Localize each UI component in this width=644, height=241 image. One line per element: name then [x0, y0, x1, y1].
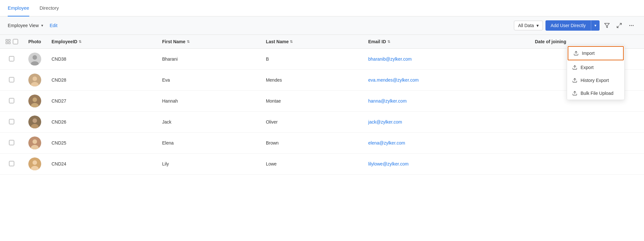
svg-line-1: [620, 23, 621, 25]
employee-id-cell: CND28: [46, 70, 157, 91]
photo-cell: [23, 91, 46, 112]
employee-id-cell: CND24: [46, 154, 157, 175]
chevron-down-icon: ▾: [41, 23, 43, 28]
tab-directory[interactable]: Directory: [40, 0, 59, 16]
dropdown-item-bulk-file-upload[interactable]: Bulk File Upload: [567, 87, 624, 100]
row-checkbox[interactable]: [9, 77, 14, 82]
add-user-label: Add User Directly: [545, 20, 591, 31]
row-checkbox[interactable]: [9, 98, 14, 103]
employee-table: Photo EmployeeID ⇅ First Name ⇅: [0, 35, 644, 175]
action-dropdown-menu: Import Export History Export Bulk File U…: [567, 45, 625, 100]
svg-point-23: [33, 139, 37, 144]
date-of-joining-cell: [530, 154, 644, 175]
group-rows-icon: [5, 39, 11, 45]
row-checkbox[interactable]: [9, 161, 14, 166]
dropdown-item-import[interactable]: Import: [568, 46, 624, 60]
th-employee-id: EmployeeID ⇅: [46, 35, 157, 49]
email-cell: hanna@zylker.com: [363, 91, 530, 112]
email-cell: eva.mendes@zylker.com: [363, 70, 530, 91]
email-link[interactable]: lilylowe@zylker.com: [368, 161, 409, 166]
sort-icon[interactable]: ⇅: [79, 40, 81, 44]
row-checkbox[interactable]: [9, 56, 14, 61]
email-cell: bharanib@zylker.com: [363, 49, 530, 70]
last-name-cell: Oliver: [261, 112, 363, 133]
employee-id-cell: CND25: [46, 133, 157, 154]
expand-button[interactable]: [614, 21, 624, 30]
sort-icon[interactable]: ⇅: [387, 40, 390, 44]
svg-point-17: [33, 97, 37, 102]
svg-point-5: [633, 25, 634, 26]
last-name-cell: Montae: [261, 91, 363, 112]
row-checkbox[interactable]: [9, 119, 14, 124]
photo-cell: [23, 154, 46, 175]
view-label: Employee View: [8, 23, 39, 28]
th-group-icon: [0, 35, 23, 49]
table-row: CND26 Jack Oliver jack@zylker.com: [0, 112, 644, 133]
last-name-cell: Lowe: [261, 154, 363, 175]
row-checkbox-cell: [0, 154, 23, 175]
email-link[interactable]: jack@zylker.com: [368, 119, 402, 125]
photo-cell: [23, 49, 46, 70]
edit-link[interactable]: Edit: [50, 23, 57, 28]
history-export-label: History Export: [581, 78, 609, 83]
add-user-button[interactable]: Add User Directly ▾: [545, 20, 600, 31]
import-icon: [573, 51, 579, 56]
dropdown-item-export[interactable]: Export: [567, 61, 624, 74]
import-label: Import: [582, 51, 595, 56]
svg-point-14: [33, 76, 37, 81]
filter-button[interactable]: [602, 21, 612, 30]
table-row: CND38 Bharani B bharanib@zylker.com: [0, 49, 644, 70]
row-checkbox[interactable]: [9, 140, 14, 145]
all-data-label: All Data: [518, 23, 534, 28]
svg-rect-7: [9, 39, 10, 41]
date-of-joining-cell: [530, 112, 644, 133]
photo-cell: [23, 70, 46, 91]
th-first-name: First Name ⇅: [157, 35, 261, 49]
dropdown-item-history-export[interactable]: History Export: [567, 74, 624, 87]
first-name-cell: Lily: [157, 154, 261, 175]
avatar: [28, 95, 41, 107]
select-all-checkbox[interactable]: [13, 39, 18, 44]
svg-rect-6: [6, 39, 7, 41]
email-link[interactable]: bharanib@zylker.com: [368, 56, 412, 62]
tabs-bar: Employee Directory: [0, 0, 644, 16]
last-name-cell: Brown: [261, 133, 363, 154]
toolbar-right: All Data ▾ Add User Directly ▾: [514, 20, 636, 31]
th-photo: Photo: [23, 35, 46, 49]
export-icon: [572, 65, 577, 70]
filter-icon: [604, 23, 610, 28]
svg-point-3: [629, 25, 630, 26]
sort-icon[interactable]: ⇅: [290, 40, 293, 44]
email-link[interactable]: elena@zylker.com: [368, 140, 405, 146]
first-name-cell: Hannah: [157, 91, 261, 112]
email-cell: jack@zylker.com: [363, 112, 530, 133]
table-row: CND28 Eva Mendes eva.mendes@zylker.com: [0, 70, 644, 91]
tab-employee[interactable]: Employee: [8, 0, 29, 16]
row-checkbox-cell: [0, 49, 23, 70]
more-button[interactable]: [627, 21, 636, 30]
row-checkbox-cell: [0, 91, 23, 112]
view-selector[interactable]: Employee View ▾: [8, 23, 43, 28]
row-checkbox-cell: [0, 112, 23, 133]
all-data-dropdown[interactable]: All Data ▾: [514, 21, 543, 30]
svg-rect-8: [6, 42, 7, 44]
svg-line-2: [617, 26, 619, 28]
sort-icon[interactable]: ⇅: [187, 40, 190, 44]
last-name-cell: Mendes: [261, 70, 363, 91]
th-last-name: Last Name ⇅: [261, 35, 363, 49]
export-label: Export: [581, 65, 593, 70]
employee-id-cell: CND26: [46, 112, 157, 133]
svg-marker-0: [605, 23, 610, 28]
first-name-cell: Bharani: [157, 49, 261, 70]
caret-down-icon[interactable]: ▾: [591, 21, 600, 30]
table-row: CND27 Hannah Montae hanna@zylker.com: [0, 91, 644, 112]
avatar: [28, 157, 41, 170]
expand-icon: [616, 23, 622, 28]
employee-id-cell: CND27: [46, 91, 157, 112]
email-link[interactable]: hanna@zylker.com: [368, 98, 407, 104]
first-name-cell: Elena: [157, 133, 261, 154]
email-link[interactable]: eva.mendes@zylker.com: [368, 77, 419, 83]
svg-point-4: [631, 25, 632, 26]
toolbar: Employee View ▾ Edit All Data ▾ Add User…: [0, 16, 644, 35]
avatar: [28, 136, 41, 149]
